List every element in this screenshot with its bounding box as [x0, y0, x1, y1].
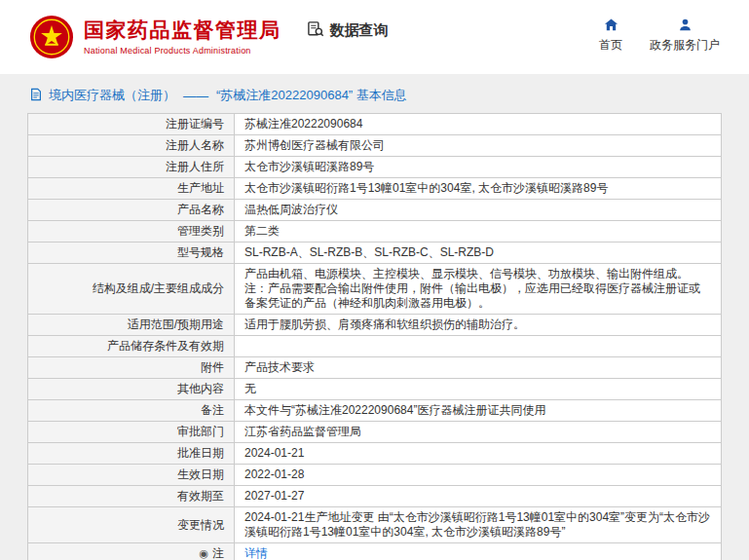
- field-label: 附件: [28, 357, 235, 379]
- field-value: 2024-01-21生产地址变更 由“太仓市沙溪镇昭衍路1号13幢01室中的30…: [235, 507, 722, 543]
- site-header: 国家药品监督管理局 National Medical Products Admi…: [0, 0, 749, 74]
- field-label: 审批部门: [28, 422, 235, 443]
- field-label: 型号规格: [28, 243, 235, 264]
- field-label: 生效日期: [28, 465, 235, 486]
- document-icon: [29, 88, 43, 104]
- field-label: 管理类别: [28, 221, 235, 243]
- field-label: 注册人住所: [28, 157, 235, 178]
- field-label: 备注: [28, 400, 235, 422]
- agency-name-cn: 国家药品监督管理局: [84, 19, 281, 41]
- agency-brand[interactable]: 国家药品监督管理局 National Medical Products Admi…: [29, 15, 281, 59]
- nav-home[interactable]: 首页: [599, 18, 622, 54]
- field-label: 适用范围/预期用途: [28, 315, 235, 336]
- nav-home-label: 首页: [599, 37, 622, 54]
- home-icon: [604, 18, 618, 33]
- field-value: SL-RZB-A、SL-RZB-B、SL-RZB-C、SL-RZB-D: [235, 243, 722, 264]
- breadcrumb-separator: ——: [183, 89, 208, 103]
- table-row: 生产地址太仓市沙溪镇昭衍路1号13幢01室中的304室, 太仓市沙溪镇昭溪路89…: [28, 178, 722, 200]
- breadcrumb-category[interactable]: 境内医疗器械（注册）: [49, 87, 175, 104]
- field-label: 批准日期: [28, 443, 235, 465]
- table-row: 批准日期2024-01-21: [28, 443, 722, 465]
- field-label: ◉注: [28, 543, 235, 560]
- table-row: 其他内容无: [28, 379, 722, 400]
- top-nav: 首页 政务服务门户: [599, 18, 720, 54]
- field-value: 太仓市沙溪镇昭衍路1号13幢01室中的304室, 太仓市沙溪镇昭溪路89号: [235, 178, 722, 200]
- field-label: 产品储存条件及有效期: [28, 336, 235, 357]
- breadcrumb-current: “苏械注准20222090684” 基本信息: [216, 87, 407, 104]
- table-row: 附件产品技术要求: [28, 357, 722, 379]
- field-value: 太仓市沙溪镇昭溪路89号: [235, 157, 722, 178]
- field-label: 其他内容: [28, 379, 235, 400]
- table-row: 产品名称温热低周波治疗仪: [28, 200, 722, 221]
- table-row: 管理类别第二类: [28, 221, 722, 243]
- table-row: 注册人名称苏州博创医疗器械有限公司: [28, 135, 722, 157]
- field-label: 注册证编号: [28, 114, 235, 135]
- table-row: 注册人住所太仓市沙溪镇昭溪路89号: [28, 157, 722, 178]
- field-value: 2024-01-21: [235, 443, 722, 465]
- data-query-label: 数据查询: [330, 21, 389, 40]
- table-row: ◉注详情: [28, 543, 722, 560]
- page: 国家药品监督管理局 National Medical Products Admi…: [0, 0, 749, 560]
- field-value: 无: [235, 379, 722, 400]
- field-value: 2022-01-28: [235, 465, 722, 486]
- field-value: 产品由机箱、电源模块、主控模块、显示模块、信号模块、功放模块、输出附件组成。注：…: [235, 264, 722, 315]
- field-value: 产品技术要求: [235, 357, 722, 379]
- detail-link[interactable]: 详情: [244, 546, 268, 560]
- field-value: 详情: [235, 543, 722, 560]
- table-row: 变更情况2024-01-21生产地址变更 由“太仓市沙溪镇昭衍路1号13幢01室…: [28, 507, 722, 543]
- table-row: 有效期至2027-01-27: [28, 486, 722, 507]
- field-value: 第二类: [235, 221, 722, 243]
- field-value: 本文件与“苏械注准20222090684”医疗器械注册证共同使用: [235, 400, 722, 422]
- table-row: 审批部门江苏省药品监督管理局: [28, 422, 722, 443]
- national-emblem-icon: [29, 15, 74, 59]
- table-row: 生效日期2022-01-28: [28, 465, 722, 486]
- breadcrumb: 境内医疗器械（注册） —— “苏械注准20222090684” 基本信息: [27, 87, 722, 104]
- field-label: 产品名称: [28, 200, 235, 221]
- table-row: 适用范围/预期用途适用于腰肌劳损、肩颈疼痛和软组织损伤的辅助治疗。: [28, 315, 722, 336]
- brand-text: 国家药品监督管理局 National Medical Products Admi…: [84, 19, 281, 55]
- document-magnifier-icon: [307, 20, 324, 41]
- fisheye-bullet-icon: ◉: [199, 547, 208, 559]
- field-value: 适用于腰肌劳损、肩颈疼痛和软组织损伤的辅助治疗。: [235, 315, 722, 336]
- field-value: 2027-01-27: [235, 486, 722, 507]
- table-row: 结构及组成/主要组成成分产品由机箱、电源模块、主控模块、显示模块、信号模块、功放…: [28, 264, 722, 315]
- nav-data-query[interactable]: 数据查询: [307, 20, 389, 41]
- field-value: 江苏省药品监督管理局: [235, 422, 722, 443]
- field-label: 生产地址: [28, 178, 235, 200]
- field-value: [235, 336, 722, 357]
- field-value: 苏械注准20222090684: [235, 114, 722, 135]
- table-row: 型号规格SL-RZB-A、SL-RZB-B、SL-RZB-C、SL-RZB-D: [28, 243, 722, 264]
- field-label: 有效期至: [28, 486, 235, 507]
- nav-portal[interactable]: 政务服务门户: [650, 18, 720, 54]
- agency-name-en: National Medical Products Administration: [84, 46, 281, 56]
- registration-info-table: 注册证编号苏械注准20222090684注册人名称苏州博创医疗器械有限公司注册人…: [27, 113, 722, 560]
- nav-portal-label: 政务服务门户: [650, 37, 720, 54]
- table-row: 产品储存条件及有效期: [28, 336, 722, 357]
- field-value: 苏州博创医疗器械有限公司: [235, 135, 722, 157]
- user-icon: [678, 18, 693, 33]
- table-row: 注册证编号苏械注准20222090684: [28, 114, 722, 135]
- table-row: 备注本文件与“苏械注准20222090684”医疗器械注册证共同使用: [28, 400, 722, 422]
- content-area: 境内医疗器械（注册） —— “苏械注准20222090684” 基本信息 注册证…: [0, 74, 749, 560]
- field-label: 注册人名称: [28, 135, 235, 157]
- field-label: 变更情况: [28, 507, 235, 543]
- field-label: 结构及组成/主要组成成分: [28, 264, 235, 315]
- field-value: 温热低周波治疗仪: [235, 200, 722, 221]
